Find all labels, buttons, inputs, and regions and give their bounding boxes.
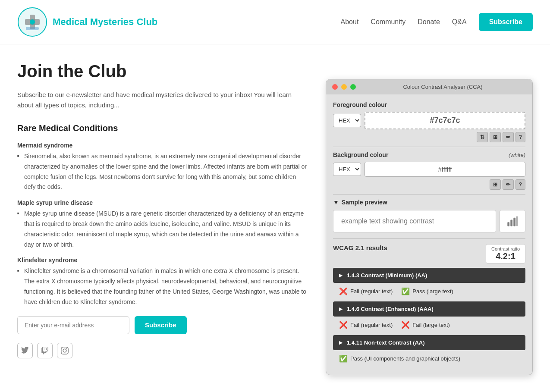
cca-eyedropper-tool[interactable]: ✏ xyxy=(503,132,514,142)
fail-icon-146-regular: ❌ xyxy=(339,321,348,329)
wcag-143-large-label: Pass (large text) xyxy=(412,288,453,295)
instagram-icon[interactable] xyxy=(57,343,72,358)
cca-sample-label-text: Sample preview xyxy=(342,199,387,206)
chart-icon xyxy=(506,215,519,227)
wcag-1411-label: 1.4.11 Non-text Contrast (AA) xyxy=(347,339,425,346)
cca-foreground-section: Foreground colour HEX ⇅ ⊞ ✏ ? xyxy=(333,101,525,142)
twitter-icon[interactable] xyxy=(17,343,33,358)
cca-background-value-input[interactable] xyxy=(365,162,525,177)
cca-settings-tool[interactable]: ⊞ xyxy=(490,132,501,142)
wcag-146-large-result: ❌ Fail (large text) xyxy=(401,321,450,329)
site-title: Medical Mysteries Club xyxy=(53,16,157,28)
cca-background-tools: ⊞ ✏ ? xyxy=(333,179,525,190)
cca-background-format-select[interactable]: HEX xyxy=(333,163,361,176)
content-area: Join the Club Subscribe to our e-newslet… xyxy=(17,62,308,358)
header-subscribe-button[interactable]: Subscribe xyxy=(479,13,533,31)
condition-title-klinefelter: Klinefelter syndrome xyxy=(17,257,308,263)
cca-sample-label: ▼ Sample preview xyxy=(333,199,525,206)
traffic-light-green xyxy=(350,84,356,90)
wcag-label: WCAG 2.1 results xyxy=(333,244,387,251)
wcag-143-row[interactable]: ▶ 1.4.3 Contrast (Minimum) (AA) xyxy=(333,268,525,283)
wcag-143-regular-label: Fail (regular text) xyxy=(350,288,393,295)
instagram-svg xyxy=(61,347,69,354)
condition-desc-mermaid: Sirenomelia, also known as mermaid syndr… xyxy=(24,153,307,190)
condition-klinefelter: Klinefelter syndrome ■ Klinefelter syndr… xyxy=(17,257,308,307)
wcag-1411-nontext-result: ✅ Pass (UI components and graphical obje… xyxy=(339,354,460,363)
cca-title: Colour Contrast Analyser (CCA) xyxy=(359,84,526,90)
traffic-light-yellow xyxy=(341,84,347,90)
condition-list-klinefelter: ■ Klinefelter syndrome is a chromosomal … xyxy=(17,266,308,307)
wcag-146-regular-result: ❌ Fail (regular text) xyxy=(339,321,393,329)
cca-sort-tool[interactable]: ⇅ xyxy=(477,132,488,142)
wcag-143-regular-result: ❌ Fail (regular text) xyxy=(339,287,393,295)
wcag-1411-results: ✅ Pass (UI components and graphical obje… xyxy=(333,351,525,368)
list-item: ■ Sirenomelia, also known as mermaid syn… xyxy=(17,151,308,192)
cca-background-section: Background colour (white) HEX ⊞ ✏ ? xyxy=(333,151,525,190)
nav-qa[interactable]: Q&A xyxy=(452,18,467,26)
social-icons xyxy=(17,343,308,358)
condition-maple: Maple syrup urine disease ■ Maple syrup … xyxy=(17,199,308,250)
cca-bg-eyedropper-tool[interactable]: ✏ xyxy=(503,179,514,190)
play-icon-143: ▶ xyxy=(339,273,343,278)
svg-point-3 xyxy=(30,19,35,25)
svg-rect-4 xyxy=(26,27,39,30)
cca-background-row: HEX xyxy=(333,162,525,177)
play-icon-1411: ▶ xyxy=(339,340,343,345)
cca-help-tool[interactable]: ? xyxy=(515,132,525,142)
nav-about[interactable]: About xyxy=(341,18,359,26)
wcag-146-regular-label: Fail (regular text) xyxy=(350,322,393,328)
wcag-146-results: ❌ Fail (regular text) ❌ Fail (large text… xyxy=(333,317,525,333)
email-form: Subscribe xyxy=(17,316,308,334)
list-item: ■ Klinefelter syndrome is a chromosomal … xyxy=(17,266,308,307)
wcag-146-label: 1.4.6 Contrast (Enhanced) (AAA) xyxy=(347,306,434,312)
section-heading: Rare Medical Conditions xyxy=(17,123,308,133)
twitch-icon[interactable] xyxy=(37,343,53,358)
svg-rect-6 xyxy=(510,220,512,226)
cca-divider-3 xyxy=(333,238,525,239)
pass-icon-1411: ✅ xyxy=(339,354,348,363)
triangle-icon: ▼ xyxy=(333,199,339,206)
cca-bg-white-label: (white) xyxy=(509,152,525,158)
nav-community[interactable]: Community xyxy=(371,18,405,26)
main-nav: About Community Donate Q&A Subscribe xyxy=(341,13,533,31)
play-icon-146: ▶ xyxy=(339,306,343,312)
wcag-143-results: ❌ Fail (regular text) ✅ Pass (large text… xyxy=(333,284,525,300)
intro-text: Subscribe to our e-newsletter and have m… xyxy=(17,90,308,110)
cca-background-label: Background colour xyxy=(333,151,388,158)
wcag-146-row[interactable]: ▶ 1.4.6 Contrast (Enhanced) (AAA) xyxy=(333,301,525,317)
condition-desc-klinefelter: Klinefelter syndrome is a chromosomal va… xyxy=(24,267,306,305)
twitter-svg xyxy=(21,347,29,354)
cca-divider-1 xyxy=(333,147,525,147)
cca-foreground-label: Foreground colour xyxy=(333,101,525,108)
cca-divider-2 xyxy=(333,194,525,194)
header: Medical Mysteries Club About Community D… xyxy=(0,0,550,44)
wcag-143-label: 1.4.3 Contrast (Minimum) (AA) xyxy=(347,272,427,279)
nav-donate[interactable]: Donate xyxy=(418,18,440,26)
cca-foreground-format-select[interactable]: HEX xyxy=(333,114,361,127)
twitch-svg xyxy=(41,347,49,354)
wcag-1411-row[interactable]: ▶ 1.4.11 Non-text Contrast (AA) xyxy=(333,335,525,350)
cca-sample-text-box: example text showing contrast xyxy=(333,210,496,232)
cca-bg-header: Background colour (white) xyxy=(333,151,525,158)
main-layout: Join the Club Subscribe to our e-newslet… xyxy=(0,44,550,384)
wcag-1411-nontext-label: Pass (UI components and graphical object… xyxy=(350,355,460,362)
form-subscribe-button[interactable]: Subscribe xyxy=(135,316,187,334)
email-input[interactable] xyxy=(17,316,129,334)
condition-desc-maple: Maple syrup urine disease (MSUD) is a ra… xyxy=(24,210,304,248)
page-title: Join the Club xyxy=(17,62,308,81)
condition-mermaid: Mermaid syndrome ■ Sirenomelia, also kno… xyxy=(17,142,308,192)
pass-icon-143-large: ✅ xyxy=(401,287,410,295)
cca-panel: Colour Contrast Analyser (CCA) Foregroun… xyxy=(326,79,533,375)
fail-icon-143-regular: ❌ xyxy=(339,287,348,295)
wcag-146-large-label: Fail (large text) xyxy=(412,322,450,328)
cca-bg-help-tool[interactable]: ? xyxy=(515,179,525,190)
logo-area: Medical Mysteries Club xyxy=(17,7,157,37)
svg-rect-7 xyxy=(513,218,515,226)
svg-rect-5 xyxy=(507,222,509,226)
condition-list-mermaid: ■ Sirenomelia, also known as mermaid syn… xyxy=(17,151,308,192)
cca-bg-settings-tool[interactable]: ⊞ xyxy=(490,179,501,190)
cca-foreground-value-input[interactable] xyxy=(365,112,525,129)
svg-rect-8 xyxy=(516,216,517,226)
cca-foreground-tools: ⇅ ⊞ ✏ ? xyxy=(333,132,525,142)
wcag-143-large-result: ✅ Pass (large text) xyxy=(401,287,453,295)
